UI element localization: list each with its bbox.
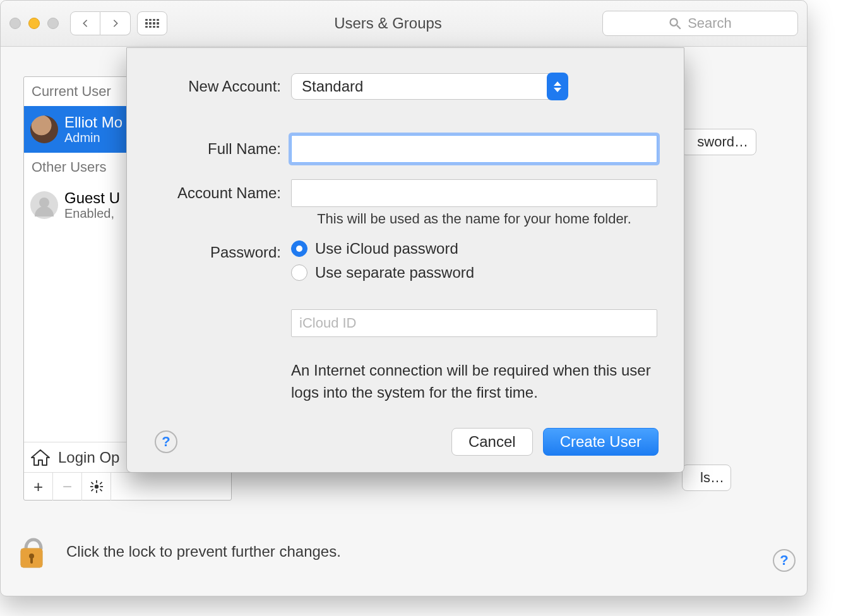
svg-rect-9 xyxy=(99,482,102,485)
cancel-button[interactable]: Cancel xyxy=(451,428,533,456)
password-option-icloud-label: Use iCloud password xyxy=(315,240,458,258)
password-label: Password: xyxy=(127,244,291,261)
guest-user-status: Enabled, xyxy=(64,206,120,220)
svg-rect-8 xyxy=(99,489,102,492)
search-placeholder: Search xyxy=(688,15,732,32)
new-account-sheet: New Account: Standard Full Name: Account… xyxy=(126,47,684,473)
close-window-button[interactable] xyxy=(9,18,21,29)
svg-point-2 xyxy=(94,485,98,489)
new-account-label: New Account: xyxy=(127,78,291,95)
login-options-label: Login Op xyxy=(58,449,119,466)
show-all-button[interactable] xyxy=(137,11,167,35)
svg-rect-3 xyxy=(96,480,97,483)
radio-icon xyxy=(291,264,307,281)
chevron-left-icon xyxy=(81,19,90,28)
lock-message: Click the lock to prevent further change… xyxy=(66,543,341,560)
sheet-help-button[interactable]: ? xyxy=(155,430,177,453)
account-name-input[interactable] xyxy=(291,179,657,207)
svg-point-0 xyxy=(671,19,677,26)
chevron-right-icon xyxy=(111,19,120,28)
account-name-hint: This will be used as the name for your h… xyxy=(291,211,657,227)
window-controls xyxy=(9,18,59,29)
sidebar-actions-button[interactable] xyxy=(82,473,111,500)
guest-avatar-icon xyxy=(30,191,58,219)
new-account-select[interactable]: Standard xyxy=(291,73,568,100)
svg-rect-7 xyxy=(90,482,93,485)
sheet-footer: ? Cancel Create User xyxy=(127,428,659,456)
account-name-label: Account Name: xyxy=(127,184,291,202)
current-user-name: Elliot Mo xyxy=(64,114,122,131)
create-user-button[interactable]: Create User xyxy=(543,428,659,456)
maximize-window-button[interactable] xyxy=(47,18,59,29)
svg-rect-14 xyxy=(30,557,33,564)
new-account-value: Standard xyxy=(302,78,363,95)
svg-line-1 xyxy=(677,25,681,29)
lock-row: Click the lock to prevent further change… xyxy=(16,531,792,572)
change-password-button[interactable]: sword… xyxy=(681,129,756,155)
gear-icon xyxy=(90,480,104,494)
password-option-separate[interactable]: Use separate password xyxy=(291,264,659,281)
nav-buttons xyxy=(70,11,131,35)
search-field[interactable]: Search xyxy=(602,11,798,36)
house-icon xyxy=(30,449,51,466)
svg-rect-5 xyxy=(90,486,93,487)
sidebar-footer: + − xyxy=(24,472,231,500)
icloud-id-input[interactable] xyxy=(291,309,657,337)
window-title: Users & Groups xyxy=(174,15,602,32)
password-option-separate-label: Use separate password xyxy=(315,264,474,281)
svg-rect-4 xyxy=(96,490,97,494)
search-icon xyxy=(669,17,681,30)
unlock-icon[interactable] xyxy=(16,533,52,570)
open-parental-controls-button[interactable]: ls… xyxy=(682,465,731,491)
svg-rect-10 xyxy=(90,489,93,492)
add-user-button[interactable]: + xyxy=(24,473,53,500)
current-user-role: Admin xyxy=(64,131,122,145)
grid-icon xyxy=(145,19,159,28)
full-name-input[interactable] xyxy=(291,135,657,163)
remove-user-button[interactable]: − xyxy=(53,473,82,500)
select-stepper-icon xyxy=(547,73,568,100)
icloud-note: An Internet connection will be required … xyxy=(291,360,657,404)
titlebar: Users & Groups Search xyxy=(1,1,807,47)
forward-button[interactable] xyxy=(100,11,131,35)
guest-user-name: Guest U xyxy=(64,190,120,206)
help-button[interactable]: ? xyxy=(773,549,796,572)
full-name-label: Full Name: xyxy=(127,140,291,158)
radio-icon-checked xyxy=(291,240,307,257)
svg-rect-6 xyxy=(100,486,103,487)
back-button[interactable] xyxy=(70,11,100,35)
user-avatar-icon xyxy=(30,116,58,143)
password-option-icloud[interactable]: Use iCloud password xyxy=(291,240,659,258)
minimize-window-button[interactable] xyxy=(28,18,40,29)
